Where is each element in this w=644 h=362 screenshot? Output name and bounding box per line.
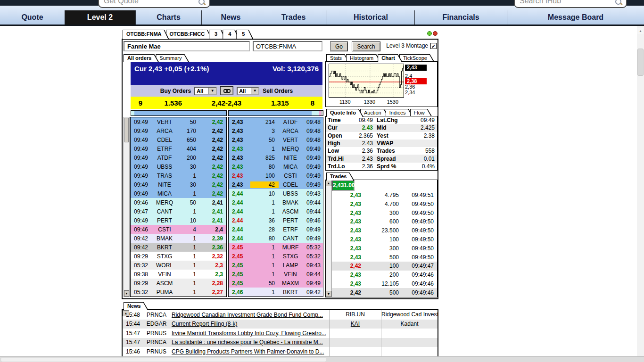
sell-filter-select[interactable]: All ▼: [237, 87, 259, 95]
tab-otcbb-fmcc[interactable]: OTCBB:FMCC: [166, 30, 213, 39]
nav-tab-level-2[interactable]: Level 2: [65, 10, 135, 25]
get-quote-searchbox[interactable]: Get Quote: [98, 0, 210, 8]
tab-chart[interactable]: Chart: [378, 54, 403, 62]
scrollbar-thumb[interactable]: [637, 49, 644, 76]
ask-row[interactable]: 2,441BMAK09:44: [229, 198, 323, 207]
bid-row[interactable]: 09:49CDEL6502,42: [131, 135, 226, 144]
ask-row[interactable]: 2,4380MICA09:49: [229, 162, 323, 171]
tab-summary[interactable]: Summary: [156, 54, 189, 62]
ask-row[interactable]: 2,461BKRT09:42: [229, 288, 323, 296]
scrollbar-thumb[interactable]: [1, 358, 326, 362]
ask-row[interactable]: 2,4480CANT09:49: [229, 234, 323, 243]
trades-scrollbar[interactable]: ▲ ▼: [326, 180, 332, 297]
orderbook-scrollbar[interactable]: ▼: [124, 117, 130, 297]
chevron-down-icon[interactable]: ▼: [208, 88, 216, 94]
bid-row[interactable]: 09:42BKRT12,36: [131, 243, 226, 252]
tab-quote-info[interactable]: Quote Info: [326, 109, 363, 117]
trade-row[interactable]: 2,4312.10509:49:46: [332, 279, 437, 288]
page-vertical-scrollbar[interactable]: ▲: [637, 26, 644, 356]
trade-row[interactable]: 2,4330009:49:50: [332, 244, 437, 253]
go-button[interactable]: Go: [330, 41, 348, 51]
page-horizontal-scrollbar[interactable]: [0, 356, 644, 362]
ask-row[interactable]: 2,4436PERT09:46: [229, 216, 323, 225]
news-headline-link[interactable]: La solidarité : une richesse pour le Qué…: [170, 339, 329, 346]
ask-row[interactable]: 2,43214ATDF09:48: [229, 117, 323, 126]
tab-news[interactable]: News: [124, 302, 149, 310]
trade-row[interactable]: 2,434.70009:49:50: [332, 200, 437, 209]
level3-montage-checkbox[interactable]: ✓: [430, 43, 437, 49]
bid-row[interactable]: 09:49TRAS12,42: [131, 171, 226, 180]
bid-row[interactable]: 09:38VFIN12,3: [131, 270, 226, 279]
ask-row[interactable]: 2,4342CDEL09:49: [229, 180, 323, 189]
ihub-searchbox[interactable]: Search iHub: [514, 0, 627, 8]
tab-trades[interactable]: Trades: [326, 173, 354, 181]
nav-tab-financials[interactable]: Financials: [414, 10, 507, 25]
ask-row[interactable]: 2,451STXG05:32: [229, 252, 323, 261]
bid-row[interactable]: 09:29STXG12,32: [131, 252, 226, 261]
trade-row[interactable]: 2,4210009:49:47: [332, 262, 437, 271]
news-scroll-up-icon[interactable]: ▲: [123, 310, 129, 316]
scroll-down-arrow-icon[interactable]: ▼: [326, 291, 331, 297]
ask-row[interactable]: 2,451MURF05:32: [229, 243, 323, 252]
news-symbol-link[interactable]: KAI: [329, 320, 381, 329]
link-filters-button[interactable]: [220, 86, 233, 95]
news-headline-link[interactable]: Ridgewood Canadian Investment Grade Bond…: [170, 312, 329, 318]
nav-tab-charts[interactable]: Charts: [135, 10, 201, 25]
bid-row[interactable]: 09:49ARCA1702,42: [131, 126, 226, 135]
bid-row[interactable]: 09:49PERT102,41: [131, 216, 226, 225]
news-headline-link[interactable]: Irvine Marriott Transforms Lobby Into Co…: [170, 330, 329, 337]
scroll-down-arrow-icon[interactable]: ▼: [124, 290, 129, 296]
bid-row[interactable]: 09:49ETRF4042,42: [131, 144, 226, 153]
news-headline-link[interactable]: CPG Building Products Partners With Palm…: [170, 348, 329, 355]
buy-filter-select[interactable]: All ▼: [194, 87, 217, 95]
bid-row[interactable]: 05:32PUMA12,27: [131, 288, 226, 296]
symbol-input[interactable]: OTCBB:FNMA: [253, 41, 322, 51]
trade-row[interactable]: 2,4323.50009:49:50: [332, 226, 437, 235]
ask-row[interactable]: 2,4350VERT09:48: [229, 135, 323, 144]
trade-row[interactable]: 2,4250009:49:46: [332, 288, 437, 297]
bid-row[interactable]: 05:32WORL12,3: [131, 261, 226, 270]
nav-tab-news[interactable]: News: [201, 10, 260, 25]
trade-row[interactable]: 2,4320009:49:46: [332, 271, 437, 280]
bid-row[interactable]: 09:49MICA12,42: [131, 189, 226, 198]
search-button[interactable]: Search: [352, 41, 380, 51]
ask-row[interactable]: 2,4410UBSS09:43: [229, 189, 323, 198]
bid-row[interactable]: 09:46MERQ502,41: [131, 198, 226, 207]
nav-tab-quote[interactable]: Quote: [0, 10, 65, 25]
news-symbol-link[interactable]: RIB.UN: [329, 310, 381, 320]
ask-row[interactable]: 2,43825NITE09:49: [229, 153, 323, 162]
ask-row[interactable]: 2,451LAMP09:43: [229, 261, 323, 270]
tab-otcbb-fnma[interactable]: OTCBB:FNMA: [123, 30, 169, 39]
scrollbar-thumb[interactable]: [124, 118, 129, 142]
chevron-down-icon[interactable]: ▼: [251, 88, 258, 94]
ask-row[interactable]: 2,431MERQ09:49: [229, 144, 323, 153]
ask-row[interactable]: 2,4550MAXM09:49: [229, 279, 323, 288]
search-icon[interactable]: [615, 0, 622, 6]
trade-row[interactable]: 2,4350009:49:50: [332, 253, 437, 262]
search-icon[interactable]: [198, 0, 206, 6]
bid-row[interactable]: 09:46CSTI42,4: [131, 225, 226, 234]
bid-row[interactable]: 09:49ATDF2002,42: [131, 153, 226, 162]
scroll-up-arrow-icon[interactable]: ▲: [637, 28, 644, 34]
ask-row[interactable]: 2,43100CSTI09:49: [229, 171, 323, 180]
bid-row[interactable]: 09:29ASCM12,28: [131, 279, 226, 288]
nav-tab-historical[interactable]: Historical: [327, 10, 414, 25]
ask-row[interactable]: 2,4428ETRF09:49: [229, 225, 323, 234]
ask-row[interactable]: 2,433ARCA09:48: [229, 126, 323, 135]
bid-row[interactable]: 09:49VERT502,42: [131, 117, 226, 126]
bid-row[interactable]: 09:49UBSS302,42: [131, 162, 226, 171]
bid-row[interactable]: 09:49NITE302,42: [131, 180, 226, 189]
tab-all-orders[interactable]: All orders: [124, 54, 159, 62]
nav-tab-trades[interactable]: Trades: [260, 10, 327, 25]
trade-row[interactable]: 2,4310009:49:50: [332, 235, 437, 244]
tab-5[interactable]: 5: [236, 30, 253, 39]
bid-row[interactable]: 09:47CANT12,41: [131, 207, 226, 216]
trade-row[interactable]: 2,434.79509:49:51: [332, 191, 437, 200]
nav-tab-message-board[interactable]: Message Board: [507, 10, 644, 25]
bid-row[interactable]: 09:42BMAK12,39: [131, 234, 226, 243]
trade-row[interactable]: 2,431.00009:49:54: [332, 180, 355, 191]
news-headline-link[interactable]: Current Report Filing (8-k): [170, 321, 329, 327]
trade-row[interactable]: 2,4360009:49:50: [332, 217, 437, 226]
scroll-up-arrow-icon[interactable]: ▲: [326, 180, 331, 186]
ask-row[interactable]: 2,441ASCM09:44: [229, 207, 323, 216]
